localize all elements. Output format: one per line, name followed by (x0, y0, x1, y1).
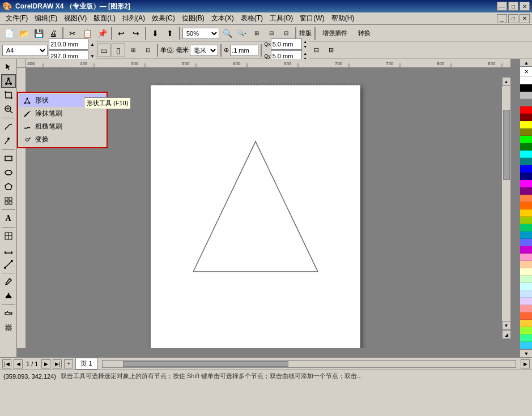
page-first-btn[interactable]: |◀ (2, 359, 11, 368)
text-tool-btn[interactable]: A (1, 212, 16, 225)
color-swatch-26[interactable] (520, 268, 532, 276)
flyout-transform-tool[interactable]: 变换 (19, 133, 105, 146)
zoom-tool-btn[interactable] (1, 102, 16, 116)
menu-layout[interactable]: 版面(L) (90, 12, 119, 24)
menu-bitmap[interactable]: 位图(B) (178, 12, 208, 24)
color-swatch-1[interactable] (520, 84, 532, 92)
color-swatch-18[interactable] (520, 209, 532, 217)
table-tool-btn[interactable] (1, 229, 16, 243)
page-layout-btn[interactable]: ⊞ (126, 44, 140, 57)
hscroll-right-btn[interactable]: ▶ (521, 359, 530, 368)
page-prev-btn[interactable]: ◀ (14, 359, 23, 368)
vscroll-down-btn[interactable]: ▼ (502, 321, 511, 330)
paste-btn[interactable]: 📌 (95, 27, 109, 40)
export-btn[interactable]: ⬆ (163, 27, 177, 40)
print-btn[interactable]: 🖨 (46, 27, 60, 40)
copy-btn[interactable]: 📋 (80, 27, 94, 40)
menu-text[interactable]: 文本(X) (208, 12, 237, 24)
arrange-btn[interactable]: 排版 (299, 27, 312, 40)
basic-shapes-btn[interactable] (1, 194, 16, 208)
interactive-tool-btn[interactable] (1, 307, 16, 320)
page-tab-1[interactable]: 页 1 (75, 358, 97, 370)
doc-maximize-btn[interactable]: □ (508, 14, 518, 23)
paper-size-select[interactable]: A4 (2, 45, 48, 56)
extra-btn1[interactable]: ⊟ (310, 44, 324, 57)
palette-scroll-dn-btn[interactable]: ▼ (520, 349, 532, 357)
landscape-btn[interactable]: ▯ (112, 44, 125, 57)
select-tool-btn[interactable] (1, 60, 16, 74)
menu-tools[interactable]: 工具(O) (266, 12, 296, 24)
flyout-rough-tool[interactable]: 粗糙笔刷 (19, 120, 105, 133)
color-swatch-13[interactable] (520, 173, 532, 180)
unit-select[interactable]: 毫米 (190, 45, 218, 56)
color-swatch-34[interactable] (520, 327, 532, 334)
shape-tool-btn[interactable] (1, 74, 16, 88)
plugin-btn[interactable]: 增强插件 (318, 27, 352, 40)
color-swatch-27[interactable] (520, 276, 532, 283)
new-btn[interactable]: 📄 (2, 27, 16, 40)
zoom-in-btn[interactable]: 🔍 (220, 27, 234, 40)
triangle-shape[interactable] (151, 85, 360, 348)
color-swatch-2[interactable] (520, 92, 532, 99)
vscroll-up-btn[interactable]: ▲ (502, 77, 511, 86)
page-last-btn[interactable]: ▶| (53, 359, 62, 368)
switch-btn[interactable]: 转换 (353, 27, 376, 40)
zoom-out-btn[interactable]: 🔍- (235, 27, 249, 40)
nudge-input[interactable] (230, 45, 258, 56)
color-swatch-7[interactable] (520, 128, 532, 136)
redo-btn[interactable]: ↪ (129, 27, 143, 40)
color-swatch-22[interactable] (520, 239, 532, 246)
color-swatch-11[interactable] (520, 158, 532, 165)
palette-scroll-up-btn[interactable]: ▲ (520, 59, 532, 67)
color-swatch-5[interactable] (520, 114, 532, 121)
zoom-fit-btn[interactable]: ⊞ (250, 27, 263, 40)
app-minimize-btn[interactable]: — (497, 2, 507, 11)
color-swatch-25[interactable] (520, 261, 532, 268)
color-swatch-31[interactable] (520, 305, 532, 312)
connector-tool-btn[interactable] (1, 258, 16, 271)
hscroll-bar[interactable] (102, 360, 516, 368)
menu-window[interactable]: 窗口(W) (296, 12, 327, 24)
add-page-btn[interactable]: + (64, 359, 73, 368)
menu-file[interactable]: 文件(F) (2, 12, 31, 24)
color-swatch-23[interactable] (520, 246, 532, 254)
page-width-input[interactable] (49, 38, 88, 50)
doc-close-btn[interactable]: ✕ (520, 14, 530, 23)
import-btn[interactable]: ⬇ (148, 27, 162, 40)
dim1-up-btn[interactable]: ▲ (302, 39, 309, 44)
app-maximize-btn[interactable]: □ (508, 2, 518, 11)
color-swatch-21[interactable] (520, 231, 532, 239)
menu-arrange[interactable]: 排列(A) (119, 12, 148, 24)
ellipse-tool-btn[interactable] (1, 166, 16, 179)
extra-btn2[interactable]: ⊞ (325, 44, 338, 57)
dimension-tool-btn[interactable] (1, 243, 16, 257)
color-swatch-29[interactable] (520, 290, 532, 298)
color-swatch-33[interactable] (520, 320, 532, 327)
dim1-input[interactable] (271, 38, 302, 50)
color-swatch-19[interactable] (520, 217, 532, 224)
dropper-tool-btn[interactable] (1, 275, 16, 289)
menu-help[interactable]: 帮助(H) (328, 12, 358, 24)
color-swatch-8[interactable] (520, 136, 532, 143)
color-swatch-3[interactable] (520, 99, 532, 106)
app-close-btn[interactable]: ✕ (520, 2, 530, 11)
color-swatch-15[interactable] (520, 187, 532, 195)
snap-btn[interactable]: ⊡ (279, 27, 293, 40)
flyout-shape-tool[interactable]: 形状 F10 (19, 94, 105, 107)
flyout-smear-tool[interactable]: 涂抹笔刷 (19, 107, 105, 120)
fill-tool-btn[interactable] (1, 289, 16, 303)
zoom-page-btn[interactable]: ⊟ (265, 27, 278, 40)
rect-tool-btn[interactable] (1, 152, 16, 165)
undo-btn[interactable]: ↩ (114, 27, 128, 40)
color-swatch-24[interactable] (520, 254, 532, 261)
portrait-btn[interactable]: ▭ (97, 44, 110, 57)
open-btn[interactable]: 📂 (17, 27, 31, 40)
color-swatch-10[interactable] (520, 151, 532, 158)
color-swatch-28[interactable] (520, 283, 532, 290)
dim1-dn-btn[interactable]: ▼ (302, 44, 309, 49)
polygon-tool-btn[interactable] (1, 180, 16, 194)
dim2-up-btn[interactable]: ▲ (302, 51, 309, 56)
zoom-select[interactable]: 50% 25% 75% 100% (182, 28, 219, 39)
doc-minimize-btn[interactable]: _ (497, 14, 507, 23)
vscroll-track[interactable] (503, 86, 510, 321)
